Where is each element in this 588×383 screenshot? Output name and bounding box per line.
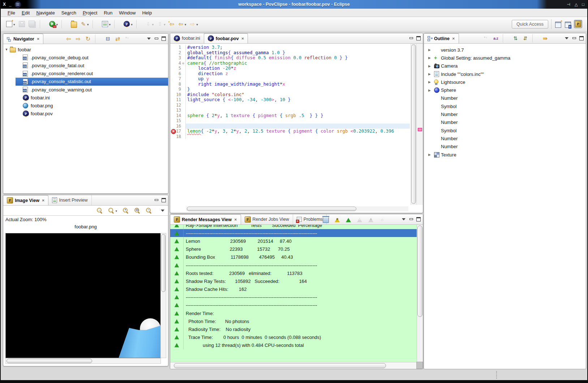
menu-navigate[interactable]: Navigate [33,9,58,16]
toolbar-button[interactable] [61,20,67,29]
editor-horizontal-scrollbar[interactable] [186,206,408,211]
up-button[interactable]: ↻ [84,35,92,43]
resource-perspective-button[interactable] [564,20,572,29]
tab-foobar-pov[interactable]: foobar.pov [204,33,248,43]
view-menu-icon[interactable] [147,38,151,40]
maximize-view-icon[interactable] [579,36,584,40]
view-menu-icon[interactable] [161,210,164,212]
outline-version[interactable]: version 3.7 [424,46,586,54]
outline-camera[interactable]: Camera [424,62,586,70]
expander-icon[interactable] [428,64,434,68]
zoom-in-button[interactable]: + [121,207,130,214]
code-line[interactable]: 8 right image_width/image_height*x [170,82,410,87]
outline-symbol[interactable]: Symbol [424,126,586,134]
code-line[interactable]: 13 [170,108,410,113]
code-line[interactable]: 1 #version 3.7; [170,45,410,50]
scrollbar-thumb[interactable] [7,359,92,363]
dropdown-arrow-icon[interactable] [131,21,133,27]
render-povray-button[interactable] [48,20,60,28]
message-row[interactable]: ----------------------------------------… [170,229,417,237]
editor-vertical-scrollbar[interactable] [411,44,416,205]
toolbar-button[interactable] [136,20,142,29]
filter-button[interactable]: ⇛ [541,35,549,42]
zoom-original-button[interactable]: 1:1 [133,207,142,214]
minimize-view-icon[interactable] [154,199,158,202]
messages-vertical-scrollbar[interactable] [417,225,423,362]
error-overview-marker[interactable] [418,128,422,131]
tab-outline[interactable]: Outline [424,33,459,43]
tree-item-renderer-out[interactable]: .povray_console_renderer.out [3,70,168,78]
zoom-mode-button[interactable] [107,207,119,214]
zoom-fit-button[interactable]: ↔ [95,207,104,214]
menu-run[interactable]: Run [100,9,116,16]
forward-button[interactable]: ⇨ [188,20,199,28]
save-all-button[interactable] [27,20,38,29]
code-line[interactable]: 4⊖ camera{ //orthographic [170,61,410,66]
collapse-all-button[interactable]: ⊟ [104,35,112,43]
menu-edit[interactable]: Edit [18,9,33,16]
maximize-view-icon[interactable] [162,36,166,41]
previous-annotation-button[interactable]: ⇧ [156,20,167,28]
toolbar-button[interactable] [114,20,120,29]
navigator-toolbar-button[interactable] [95,34,101,43]
code-line[interactable]: 6 direction z [170,71,410,77]
outline-sphere[interactable]: Sphere [424,86,586,94]
message-row[interactable]: Photon Time: No photons [170,317,417,325]
show-all-messages-button[interactable] [367,216,375,223]
menu-help[interactable]: Help [139,9,155,16]
tab-render-messages[interactable]: Render Messages View [170,214,241,224]
quick-access-button[interactable]: Quick Access [512,20,548,29]
message-row[interactable]: Roots tested: 230569 eliminated: 113783 [170,269,417,277]
show-info-messages-button[interactable] [344,216,353,223]
image-vertical-scrollbar[interactable] [160,233,166,358]
tree-item-statistic-out[interactable]: .povray_console_statistic.out [3,78,168,86]
message-row[interactable]: Bounding Box 1178698 476495 40.43 [170,253,417,261]
scrollbar-thumb[interactable] [174,363,386,368]
message-row[interactable]: Sphere 22393 15732 70.25 [170,245,417,253]
code-line[interactable]: 5 location -20*z [170,66,410,71]
code-line[interactable]: 16 [170,124,410,129]
outline-include[interactable]: Include ""colors.inc"" [424,70,586,78]
code-line[interactable]: 11 light_source { <-100, -34, -300>, 10 … [170,97,410,103]
sort-tree-button[interactable]: ⇅ [511,34,520,42]
tree-item-debug-out[interactable]: .povray_console_debug.out [3,53,168,61]
outline-number[interactable]: Number [424,134,586,142]
view-menu-icon[interactable] [402,218,405,220]
minimize-view-icon[interactable] [409,37,413,40]
outline-number[interactable]: Number [424,110,586,118]
sort-alphabetically-button[interactable]: a↓z [492,35,500,42]
view-menu-icon[interactable] [565,37,568,39]
pin-button[interactable]: ⊣ [567,0,570,9]
code-line[interactable]: 2 global_settings{ assumed_gamma 1.0 } [170,50,410,56]
message-row[interactable]: Shadow Cache Hits: 162 [170,285,417,293]
message-row[interactable]: Trace Time: 0 hours 0 minutes 0 seconds … [170,333,417,341]
maximize-view-icon[interactable] [416,36,421,40]
expander-icon[interactable] [428,48,434,52]
back-history-button[interactable]: ⇦ [64,35,73,43]
maximize-view-icon[interactable] [416,217,421,221]
show-render-messages-button[interactable] [333,216,342,223]
outline-number[interactable]: Number [424,143,586,151]
new-button[interactable] [5,20,17,28]
code-editor[interactable]: 1 #version 3.7; 2 global_settings{ assum… [170,44,410,205]
dropdown-arrow-icon[interactable] [109,21,111,27]
tab-close-icon[interactable] [41,199,45,202]
minimize-view-icon[interactable] [572,37,576,40]
outline-number[interactable]: Number [424,119,586,126]
minimize-view-icon[interactable] [409,218,413,221]
overview-ruler[interactable] [416,44,423,205]
image-horizontal-scrollbar[interactable] [5,358,161,364]
expander-icon[interactable] [428,89,434,92]
tab-close-icon[interactable] [241,37,244,40]
tree-item-warning-out[interactable]: .povray_console_warning.out [3,86,168,94]
tree-item-foobar[interactable]: foobar [3,46,168,53]
dropdown-arrow-icon[interactable] [185,21,186,27]
dropdown-arrow-icon[interactable] [164,21,166,27]
next-annotation-button[interactable]: ⇩ [144,20,155,28]
code-line[interactable]: 14 sphere { 2*y, 1 texture { pigment { s… [170,113,410,119]
tree-item-foobar-png[interactable]: foobar.png [3,102,168,109]
povray-doc-button[interactable] [122,20,134,28]
open-perspective-button[interactable] [554,20,562,29]
message-row[interactable]: ----------------------------------------… [170,301,417,309]
dropdown-arrow-icon[interactable] [152,21,154,27]
